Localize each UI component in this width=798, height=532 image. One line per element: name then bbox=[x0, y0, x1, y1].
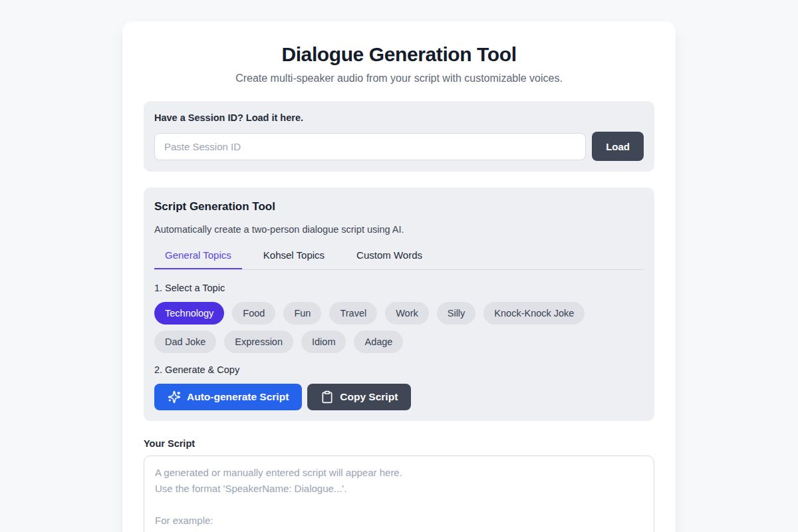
topic-chip-technology[interactable]: Technology bbox=[154, 302, 224, 325]
dialogue-tool-card: Dialogue Generation Tool Create multi-sp… bbox=[122, 21, 676, 532]
topic-chip-work[interactable]: Work bbox=[385, 302, 429, 325]
topic-chip-travel[interactable]: Travel bbox=[329, 302, 377, 325]
session-loader-panel: Have a Session ID? Load it here. Load bbox=[144, 101, 654, 172]
copy-script-label: Copy Script bbox=[340, 391, 398, 403]
topic-chip-row-1: Technology Food Fun Travel Work Silly Kn… bbox=[154, 302, 644, 325]
topic-chip-idiom[interactable]: Idiom bbox=[301, 331, 346, 353]
generate-action-row: Auto-generate Script Copy Script bbox=[154, 384, 644, 410]
script-tool-title: Script Generation Tool bbox=[154, 200, 644, 214]
tab-kohsel-topics[interactable]: Kohsel Topics bbox=[253, 249, 335, 269]
auto-generate-script-label: Auto-generate Script bbox=[187, 391, 289, 403]
page-title: Dialogue Generation Tool bbox=[144, 41, 654, 68]
session-id-input[interactable] bbox=[154, 133, 586, 160]
session-label: Have a Session ID? Load it here. bbox=[154, 112, 644, 124]
topic-chip-silly[interactable]: Silly bbox=[437, 302, 476, 325]
load-button[interactable]: Load bbox=[592, 132, 644, 161]
topic-chip-row-2: Dad Joke Expression Idiom Adage bbox=[154, 331, 644, 353]
page-subtitle: Create multi-speaker audio from your scr… bbox=[144, 70, 654, 86]
script-tool-description: Automatically create a two-person dialog… bbox=[154, 223, 644, 236]
your-script-label: Your Script bbox=[144, 438, 654, 449]
select-topic-label: 1. Select a Topic bbox=[154, 282, 644, 294]
session-row: Load bbox=[154, 132, 644, 161]
topic-chip-fun[interactable]: Fun bbox=[283, 302, 321, 325]
topic-chip-expression[interactable]: Expression bbox=[224, 331, 293, 353]
sparkles-icon bbox=[168, 390, 181, 404]
topic-chip-adage[interactable]: Adage bbox=[354, 331, 403, 353]
topic-chip-dad-joke[interactable]: Dad Joke bbox=[154, 331, 216, 353]
copy-script-button[interactable]: Copy Script bbox=[307, 384, 411, 410]
script-textarea[interactable] bbox=[144, 456, 654, 532]
auto-generate-script-button[interactable]: Auto-generate Script bbox=[154, 384, 302, 410]
topic-tabs: General Topics Kohsel Topics Custom Word… bbox=[154, 249, 644, 270]
topic-chip-food[interactable]: Food bbox=[232, 302, 275, 325]
tab-general-topics[interactable]: General Topics bbox=[154, 249, 242, 269]
script-generation-panel: Script Generation Tool Automatically cre… bbox=[144, 188, 654, 421]
topic-chip-knock-knock-joke[interactable]: Knock-Knock Joke bbox=[483, 302, 585, 325]
tab-custom-words[interactable]: Custom Words bbox=[346, 249, 433, 269]
generate-copy-label: 2. Generate & Copy bbox=[154, 364, 644, 376]
clipboard-icon bbox=[321, 390, 334, 404]
